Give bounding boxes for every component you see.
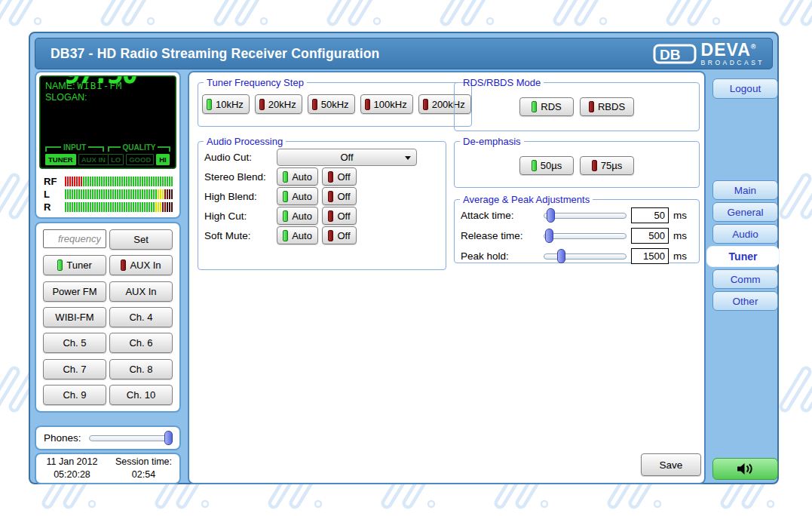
speaker-icon [737,462,754,475]
led-indicator [259,99,265,110]
peak-hold-slider[interactable] [544,249,627,263]
watermark-db-icon [207,0,269,29]
tuner-settings-panel: Tuner Frequency Step 10kHz 20kHz 50kHz [188,71,706,484]
svg-text:DB: DB [660,47,680,63]
slider-thumb[interactable] [547,208,555,223]
sidebar-item-comm[interactable]: Comm [712,269,778,289]
soft-mute-off-button[interactable]: Off [322,226,357,244]
step-100khz-button[interactable]: 100kHz [360,94,413,114]
audio-cut-select[interactable]: Off [277,149,417,166]
unit-label: ms [673,250,693,262]
preset-ch10-button[interactable]: Ch. 10 [109,385,173,405]
audio-cut-label: Audio Cut: [204,152,277,163]
rf-meter: RF [44,175,175,188]
step-50khz-button[interactable]: 50kHz [308,94,355,114]
deemphasis-75us-button[interactable]: 75µs [580,156,634,175]
high-blend-auto-button[interactable]: Auto [277,187,318,205]
led-indicator [283,171,288,183]
page: DB37 - HD Radio Streaming Receiver Confi… [0,0,812,516]
page-title: DB37 - HD Radio Streaming Receiver Confi… [51,46,379,62]
speaker-button[interactable] [712,458,778,480]
led-indicator [592,160,597,171]
preset-ch9-button[interactable]: Ch. 9 [43,385,106,405]
soft-mute-auto-button[interactable]: Auto [277,226,318,244]
step-10khz-button[interactable]: 10kHz [202,94,250,114]
preset-ch7-button[interactable]: Ch. 7 [43,359,106,379]
high-cut-label: High Cut: [204,210,277,222]
deva-logo: DB DEVA® BROADCAST [653,41,765,66]
slider-thumb[interactable] [164,431,173,445]
led-indicator [532,101,537,112]
section-legend: Tuner Frequency Step [204,77,307,88]
aux-in-source-button[interactable]: AUX In [109,255,173,275]
watermark-db-icon [660,0,722,29]
sidebar-item-general[interactable]: General [712,202,778,222]
high-blend-label: High Blend: [204,191,277,202]
stereo-blend-auto-button[interactable]: Auto [277,167,318,186]
app-window: DB37 - HD Radio Streaming Receiver Confi… [29,32,779,484]
frequency-readout: 188.88 97.50 [42,75,176,169]
stereo-blend-label: Stereo Blend: [204,171,277,183]
date-value: 11 Jan 2012 [36,456,108,469]
slider-thumb[interactable] [557,249,565,263]
lcd-display: NAME: WIBI-FM SLOGAN: HD [39,75,176,169]
deemphasis-50us-button[interactable]: 50µs [519,156,574,175]
release-time-slider[interactable] [544,229,627,243]
led-indicator [207,99,212,110]
sidebar-nav: Main General Audio Tuner Comm Other [712,180,778,311]
preset-ch5-button[interactable]: Ch. 5 [43,333,106,353]
attack-time-label: Attack time: [461,210,532,221]
soft-mute-label: Soft Mute: [204,230,277,241]
peak-hold-value[interactable]: 1500 [631,248,669,264]
level-meters: RF L R [39,169,176,213]
high-blend-off-button[interactable]: Off [322,187,357,205]
sidebar-item-audio[interactable]: Audio [712,224,778,244]
average-peak-adjustments-section: Average & Peak Adjustments Attack time: … [454,194,700,263]
stereo-blend-off-button[interactable]: Off [322,167,357,186]
save-button[interactable]: Save [641,453,701,476]
phones-volume-slider[interactable] [89,431,172,445]
attack-time-value[interactable]: 50 [631,207,669,223]
rds-button[interactable]: RDS [519,97,574,116]
led-indicator [423,99,428,110]
phones-label: Phones: [44,432,81,444]
high-cut-off-button[interactable]: Off [322,207,357,225]
preset-ch4-button[interactable]: Ch. 4 [109,307,173,327]
time-value: 05:20:28 [36,468,108,482]
frequency-input[interactable] [43,229,106,248]
phones-panel: Phones: [35,425,181,450]
rbds-button[interactable]: RBDS [580,97,634,116]
sidebar: Logout Main General Audio Tuner Comm Oth… [710,71,780,484]
step-20khz-button[interactable]: 20kHz [255,94,302,114]
attack-time-slider[interactable] [544,208,627,223]
set-button[interactable]: Set [109,229,173,250]
preset-ch8-button[interactable]: Ch. 8 [109,359,173,379]
led-indicator [283,191,288,202]
led-indicator [57,260,63,271]
watermark-db-icon [320,0,382,29]
tuner-source-button[interactable]: Tuner [43,255,106,275]
led-indicator [589,101,594,112]
slider-thumb[interactable] [545,229,553,243]
sidebar-item-main[interactable]: Main [712,180,778,200]
release-time-label: Release time: [461,230,532,241]
led-indicator [283,230,288,241]
logout-button[interactable]: Logout [712,78,778,99]
release-time-value[interactable]: 500 [631,228,669,244]
peak-hold-label: Peak hold: [461,250,532,262]
receiver-display-panel: NAME: WIBI-FM SLOGAN: HD [35,71,181,219]
preset-wibi-fm-button[interactable]: WIBI-FM [43,307,106,327]
sidebar-item-other[interactable]: Other [712,291,778,311]
frequency-value: 97.50 [49,75,138,91]
unit-label: ms [673,230,693,241]
section-legend: De-emphasis [460,136,524,147]
preset-power-fm-button[interactable]: Power FM [43,281,106,302]
sidebar-item-tuner[interactable]: Tuner [706,246,780,267]
led-indicator [328,191,333,202]
preset-aux-in-button[interactable]: AUX In [109,281,173,302]
preset-ch6-button[interactable]: Ch. 6 [109,333,173,353]
deva-db-mark-icon: DB [653,44,697,64]
watermark-db-icon [94,0,156,29]
rds-rbds-mode-section: RDS/RBDS Mode RDS RBDS [454,77,700,131]
high-cut-auto-button[interactable]: Auto [277,207,318,225]
